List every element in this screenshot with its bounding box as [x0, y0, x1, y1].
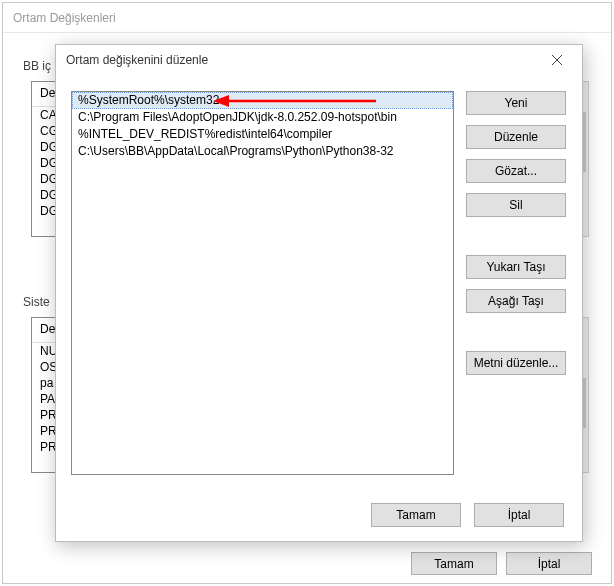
cancel-button[interactable]: İptal	[474, 503, 564, 527]
move-up-button[interactable]: Yukarı Taşı	[466, 255, 566, 279]
delete-button[interactable]: Sil	[466, 193, 566, 217]
path-listbox[interactable]: %SystemRoot%\system32 C:\Program Files\A…	[71, 91, 454, 475]
edit-env-var-dialog: Ortam değişkenini düzenle %SystemRoot%\s…	[55, 44, 583, 542]
ok-button[interactable]: Tamam	[371, 503, 461, 527]
system-vars-group-label: Siste	[23, 295, 50, 309]
ok-button[interactable]: Tamam	[411, 552, 497, 575]
path-entry[interactable]: %INTEL_DEV_REDIST%redist\intel64\compile…	[72, 126, 453, 143]
new-button[interactable]: Yeni	[466, 91, 566, 115]
close-icon	[552, 55, 562, 65]
user-vars-group-label: BB iç	[23, 59, 51, 73]
edit-body: %SystemRoot%\system32 C:\Program Files\A…	[56, 75, 582, 541]
edit-titlebar: Ortam değişkenini düzenle	[56, 45, 582, 75]
edit-dialog-title: Ortam değişkenini düzenle	[66, 53, 208, 67]
move-down-button[interactable]: Aşağı Taşı	[466, 289, 566, 313]
edit-button[interactable]: Düzenle	[466, 125, 566, 149]
path-entry[interactable]: C:\Users\BB\AppData\Local\Programs\Pytho…	[72, 143, 453, 160]
browse-button[interactable]: Gözat...	[466, 159, 566, 183]
env-vars-title: Ortam Değişkenleri	[13, 11, 116, 25]
cancel-button[interactable]: İptal	[506, 552, 592, 575]
path-entry[interactable]: %SystemRoot%\system32	[72, 92, 453, 109]
path-entry[interactable]: C:\Program Files\AdoptOpenJDK\jdk-8.0.25…	[72, 109, 453, 126]
env-vars-titlebar: Ortam Değişkenleri	[3, 3, 611, 33]
edit-text-button[interactable]: Metni düzenle...	[466, 351, 566, 375]
close-button[interactable]	[540, 49, 574, 71]
